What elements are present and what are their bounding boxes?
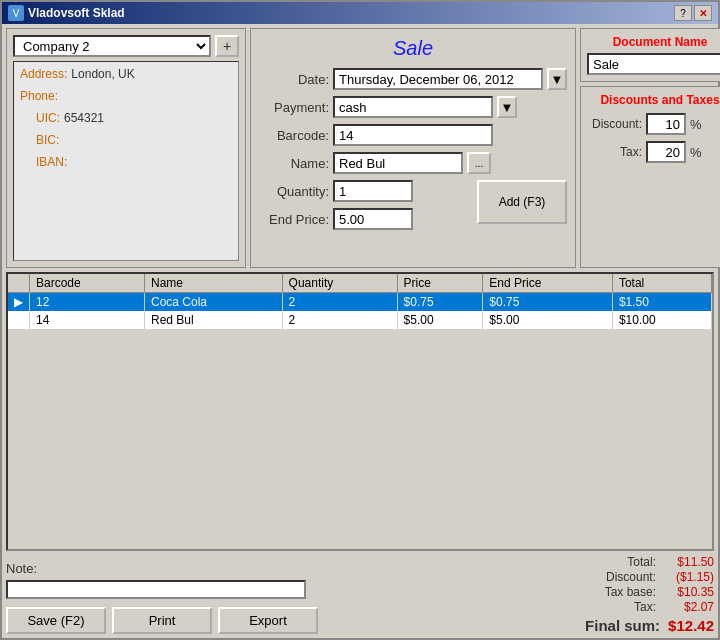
- summary-discount-label: Discount:: [586, 570, 656, 584]
- discount-tax-box: Discounts and Taxes Discount: % Tax: %: [580, 86, 720, 268]
- help-button[interactable]: ?: [674, 5, 692, 21]
- summary-discount-value: ($1.15): [664, 570, 714, 584]
- company-panel: Company 2 + Address: London, UK Phone: U…: [6, 28, 246, 268]
- add-f3-button[interactable]: Add (F3): [477, 180, 567, 224]
- taxbase-value: $10.35: [664, 585, 714, 599]
- phone-label: Phone:: [20, 89, 58, 103]
- payment-dropdown-icon[interactable]: ▼: [497, 96, 517, 118]
- final-label: Final sum:: [585, 617, 660, 634]
- date-dropdown-icon[interactable]: ▼: [547, 68, 567, 90]
- sale-panel: Sale Date: ▼ Payment: ▼ Barcode: Name:: [250, 28, 576, 268]
- payment-input[interactable]: [333, 96, 493, 118]
- taxbase-label: Tax base:: [586, 585, 656, 599]
- col-quantity: Quantity: [282, 274, 397, 293]
- payment-label: Payment:: [259, 100, 329, 115]
- doc-name-input[interactable]: [587, 53, 720, 75]
- bottom-section: Note: Save (F2) Print Export Total: $11.…: [6, 555, 714, 634]
- window-title: Vladovsoft Sklad: [28, 6, 125, 20]
- tax-input[interactable]: [646, 141, 686, 163]
- summary-tax-label: Tax:: [586, 600, 656, 614]
- address-label: Address:: [20, 67, 67, 81]
- tax-label: Tax:: [587, 145, 642, 159]
- close-button[interactable]: ✕: [694, 5, 712, 21]
- col-name: Name: [145, 274, 283, 293]
- uic-value: 654321: [64, 111, 104, 125]
- barcode-label: Barcode:: [259, 128, 329, 143]
- row-price: $5.00: [397, 311, 483, 329]
- row-price: $0.75: [397, 293, 483, 312]
- name-label: Name:: [259, 156, 329, 171]
- summary-section: Total: $11.50 Discount: ($1.15) Tax base…: [494, 555, 714, 634]
- row-name: Coca Cola: [145, 293, 283, 312]
- export-button[interactable]: Export: [218, 607, 318, 634]
- total-label: Total:: [586, 555, 656, 569]
- tax-pct: %: [690, 145, 702, 160]
- endprice-label: End Price:: [259, 212, 329, 227]
- row-quantity: 2: [282, 293, 397, 312]
- row-arrow: ▶: [8, 293, 30, 312]
- app-icon: V: [8, 5, 24, 21]
- date-label: Date:: [259, 72, 329, 87]
- row-name: Red Bul: [145, 311, 283, 329]
- dt-title: Discounts and Taxes: [587, 93, 720, 107]
- row-quantity: 2: [282, 311, 397, 329]
- col-price: Price: [397, 274, 483, 293]
- note-label: Note:: [6, 561, 37, 576]
- company-select[interactable]: Company 2: [13, 35, 211, 57]
- barcode-input[interactable]: [333, 124, 493, 146]
- discount-label: Discount:: [587, 117, 642, 131]
- sale-title: Sale: [259, 37, 567, 60]
- date-input[interactable]: [333, 68, 543, 90]
- note-input[interactable]: [6, 580, 306, 599]
- row-barcode: 12: [30, 293, 145, 312]
- doc-name-title: Document Name: [587, 35, 720, 49]
- items-table: Barcode Name Quantity Price End Price To…: [8, 274, 712, 329]
- print-button[interactable]: Print: [112, 607, 212, 634]
- discount-input[interactable]: [646, 113, 686, 135]
- qty-label: Quantity:: [259, 184, 329, 199]
- iban-label: IBAN:: [36, 155, 67, 169]
- row-total: $1.50: [612, 293, 711, 312]
- row-barcode: 14: [30, 311, 145, 329]
- title-bar-buttons: ? ✕: [674, 5, 712, 21]
- row-total: $10.00: [612, 311, 711, 329]
- summary-tax-value: $2.07: [664, 600, 714, 614]
- right-panel: Document Name Discounts and Taxes Discou…: [580, 28, 720, 268]
- col-endprice: End Price: [483, 274, 613, 293]
- add-company-button[interactable]: +: [215, 35, 239, 57]
- bic-label: BIC:: [36, 133, 59, 147]
- table-row[interactable]: ▶ 12 Coca Cola 2 $0.75 $0.75 $1.50: [8, 293, 712, 312]
- col-arrow: [8, 274, 30, 293]
- company-info: Address: London, UK Phone: UIC: 654321 B…: [13, 61, 239, 261]
- row-endprice: $0.75: [483, 293, 613, 312]
- table-row[interactable]: 14 Red Bul 2 $5.00 $5.00 $10.00: [8, 311, 712, 329]
- discount-pct: %: [690, 117, 702, 132]
- total-value: $11.50: [664, 555, 714, 569]
- title-bar: V Vladovsoft Sklad ? ✕: [2, 2, 718, 24]
- row-arrow: [8, 311, 30, 329]
- address-value: London, UK: [71, 67, 134, 81]
- qty-input[interactable]: [333, 180, 413, 202]
- name-browse-button[interactable]: ...: [467, 152, 491, 174]
- uic-label: UIC:: [36, 111, 60, 125]
- col-barcode: Barcode: [30, 274, 145, 293]
- name-input[interactable]: [333, 152, 463, 174]
- items-table-section: Barcode Name Quantity Price End Price To…: [6, 272, 714, 551]
- col-total: Total: [612, 274, 711, 293]
- save-button[interactable]: Save (F2): [6, 607, 106, 634]
- document-name-box: Document Name: [580, 28, 720, 82]
- row-endprice: $5.00: [483, 311, 613, 329]
- endprice-input[interactable]: [333, 208, 413, 230]
- final-value: $12.42: [668, 617, 714, 634]
